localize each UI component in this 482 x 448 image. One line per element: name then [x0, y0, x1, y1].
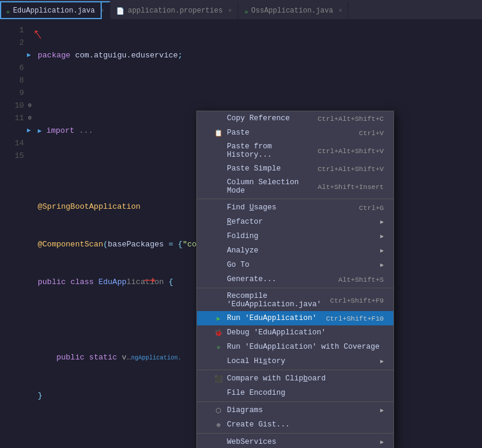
tab-label-props: application.properties — [128, 7, 222, 15]
menu-item-left: Find Usages — [214, 203, 277, 212]
submenu-arrow-goto: ▶ — [380, 261, 384, 269]
menu-label-paste-history: Paste from History... — [227, 142, 318, 159]
menu-shortcut-recompile: Ctrl+Shift+F9 — [330, 297, 384, 304]
diagram-icon: ⬡ — [214, 407, 223, 415]
menu-find-usages[interactable]: Find Usages Ctrl+G — [197, 200, 393, 215]
menu-label-generate: Generate... — [227, 275, 277, 284]
tab-close-edu[interactable]: × — [100, 8, 104, 14]
menu-item-left: Copy Reference — [214, 114, 290, 123]
menu-label-find-usages: Find Usages — [227, 203, 277, 212]
tab-oss-application[interactable]: ☕ OssApplication.java × — [238, 2, 348, 19]
gutter: ▶ ⚙ ⚙ ▶ — [27, 19, 38, 448]
tab-application-properties[interactable]: 📄 application.properties × — [110, 2, 238, 19]
menu-shortcut-generate: Alt+Shift+S — [338, 276, 384, 284]
menu-item-left: ⬡ Diagrams — [214, 406, 263, 415]
compare-icon: ⬛ — [214, 375, 223, 383]
menu-shortcut-paste-simple: Ctrl+Alt+Shift+V — [318, 165, 384, 173]
menu-recompile[interactable]: Recompile 'EduApplication.java' Ctrl+Shi… — [197, 289, 393, 311]
menu-compare-clipboard[interactable]: ⬛ Compare with Clipboard — [197, 371, 393, 386]
menu-label-folding: Folding — [227, 232, 259, 240]
separator-5 — [197, 433, 393, 434]
menu-run-coverage[interactable]: ✳ Run 'EduApplication' with Coverage — [197, 340, 393, 354]
menu-shortcut-run: Ctrl+Shift+F10 — [326, 315, 384, 322]
menu-copy-reference[interactable]: Copy Reference Ctrl+Alt+Shift+C — [197, 111, 393, 126]
tab-close-props[interactable]: × — [228, 8, 232, 14]
menu-item-left: ⬛ Compare with Clipboard — [214, 374, 326, 383]
submenu-arrow-refactor: ▶ — [380, 218, 384, 225]
menu-paste-simple[interactable]: Paste Simple Ctrl+Alt+Shift+V — [197, 161, 393, 176]
props-icon: 📄 — [116, 7, 125, 15]
menu-shortcut-copy-ref: Ctrl+Alt+Shift+C — [318, 115, 384, 123]
tab-close-oss[interactable]: × — [338, 8, 342, 14]
menu-item-left: Generate... — [214, 275, 277, 284]
submenu-arrow-diagrams: ▶ — [380, 407, 384, 414]
menu-item-left: Analyze — [214, 246, 259, 255]
menu-label-gist: Create Gist... — [227, 420, 290, 429]
tab-bar: ☕ EduApplication.java × 📄 application.pr… — [0, 0, 482, 19]
java-icon: ☕ — [6, 7, 10, 15]
submenu-arrow-analyze: ▶ — [380, 247, 384, 254]
context-menu: Copy Reference Ctrl+Alt+Shift+C 📋 Paste … — [196, 111, 394, 448]
menu-label-copy-ref: Copy Reference — [227, 114, 290, 123]
menu-file-encoding[interactable]: File Encoding — [197, 386, 393, 400]
editor-area: ☕ EduApplication.java × 📄 application.pr… — [0, 0, 482, 448]
tab-label-edu: EduApplication.java — [13, 7, 95, 15]
gist-icon: ⊕ — [214, 421, 223, 429]
menu-label-goto: Go To — [227, 261, 250, 269]
menu-label-paste-simple: Paste Simple — [227, 164, 281, 173]
menu-item-left: Refactor — [214, 218, 263, 226]
coverage-icon: ✳ — [214, 343, 223, 351]
menu-label-encoding: File Encoding — [227, 389, 286, 397]
menu-local-history[interactable]: Local History ▶ — [197, 354, 393, 368]
menu-run[interactable]: ▶ Run 'EduApplication' Ctrl+Shift+F10 — [197, 311, 393, 325]
menu-item-left: ✳ Run 'EduApplication' with Coverage — [214, 343, 380, 351]
tab-edu-application[interactable]: ☕ EduApplication.java × — [0, 1, 110, 19]
menu-generate[interactable]: Generate... Alt+Shift+S — [197, 272, 393, 287]
menu-item-left: Local History — [214, 357, 286, 365]
menu-item-left: 📋 Paste — [214, 129, 250, 137]
menu-item-left: ⊕ Create Gist... — [214, 420, 290, 429]
separator-4 — [197, 401, 393, 402]
menu-paste[interactable]: 📋 Paste Ctrl+V — [197, 126, 393, 140]
menu-shortcut-paste: Ctrl+V — [359, 129, 384, 137]
menu-item-left: ▶ Run 'EduApplication' — [214, 314, 317, 322]
menu-column-mode[interactable]: Column Selection Mode Alt+Shift+Insert — [197, 176, 393, 197]
menu-label-run: Run 'EduApplication' — [227, 314, 317, 322]
menu-item-left: Go To — [214, 261, 250, 269]
menu-create-gist[interactable]: ⊕ Create Gist... — [197, 417, 393, 432]
menu-label-column-mode: Column Selection Mode — [227, 178, 318, 195]
java-icon-oss: ☕ — [244, 7, 248, 15]
menu-item-left: Paste Simple — [214, 164, 281, 173]
menu-label-recompile: Recompile 'EduApplication.java' — [227, 292, 330, 309]
separator-1 — [197, 199, 393, 199]
menu-refactor[interactable]: Refactor ▶ — [197, 215, 393, 229]
menu-analyze[interactable]: Analyze ▶ — [197, 243, 393, 258]
menu-shortcut-column-mode: Alt+Shift+Insert — [318, 183, 384, 191]
menu-label-history: Local History — [227, 357, 286, 365]
menu-goto[interactable]: Go To ▶ — [197, 258, 393, 272]
menu-label-analyze: Analyze — [227, 246, 259, 255]
menu-shortcut-paste-history: Ctrl+Alt+Shift+V — [318, 147, 384, 155]
menu-item-left: WebServices — [214, 438, 277, 446]
debug-icon: 🐞 — [214, 329, 223, 337]
menu-item-left: Folding — [214, 232, 259, 240]
menu-folding[interactable]: Folding ▶ — [197, 229, 393, 243]
menu-shortcut-find: Ctrl+G — [359, 204, 384, 212]
menu-label-webservices: WebServices — [227, 438, 277, 446]
menu-debug[interactable]: 🐞 Debug 'EduApplication' — [197, 325, 393, 340]
menu-label-compare: Compare with Clipboard — [227, 374, 326, 383]
menu-label-diagrams: Diagrams — [227, 406, 263, 415]
menu-paste-history[interactable]: Paste from History... Ctrl+Alt+Shift+V — [197, 140, 393, 161]
menu-item-left: Recompile 'EduApplication.java' — [214, 292, 330, 309]
line-numbers: 1 2 6 8 9 10 11 14 15 — [0, 19, 27, 448]
menu-label-debug: Debug 'EduApplication' — [227, 328, 326, 337]
run-icon: ▶ — [214, 315, 223, 322]
menu-item-left: File Encoding — [214, 389, 286, 397]
submenu-arrow-history: ▶ — [380, 358, 384, 365]
paste-icon: 📋 — [214, 129, 223, 137]
menu-diagrams[interactable]: ⬡ Diagrams ▶ — [197, 403, 393, 417]
submenu-arrow-webservices: ▶ — [380, 438, 384, 446]
tab-label-oss: OssApplication.java — [251, 7, 334, 15]
menu-item-left: Column Selection Mode — [214, 178, 318, 195]
menu-webservices[interactable]: WebServices ▶ — [197, 435, 393, 448]
